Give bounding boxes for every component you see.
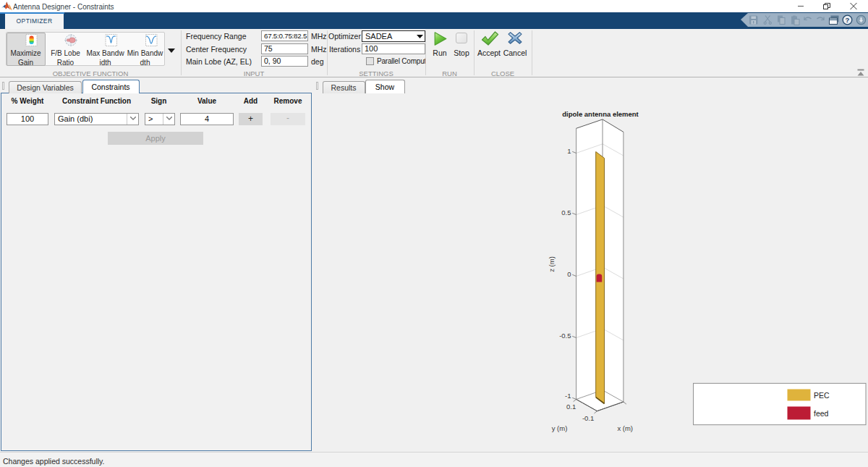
svg-text:-0.5: -0.5 [559, 332, 571, 340]
svg-text:dipole antenna element: dipole antenna element [562, 110, 639, 118]
svg-text:y (m): y (m) [552, 424, 568, 432]
svg-text:-0.1: -0.1 [582, 414, 594, 422]
svg-text:PEC: PEC [814, 391, 830, 400]
svg-text:z (m): z (m) [548, 256, 556, 272]
svg-text:1: 1 [567, 147, 571, 155]
svg-text:feed: feed [814, 409, 829, 418]
svg-text:0: 0 [567, 270, 571, 278]
svg-text:-1: -1 [565, 392, 571, 400]
svg-text:?: ? [846, 16, 850, 24]
svg-text:0.1: 0.1 [566, 403, 576, 411]
svg-text:x (m): x (m) [617, 424, 633, 432]
svg-text:0.5: 0.5 [561, 209, 571, 216]
